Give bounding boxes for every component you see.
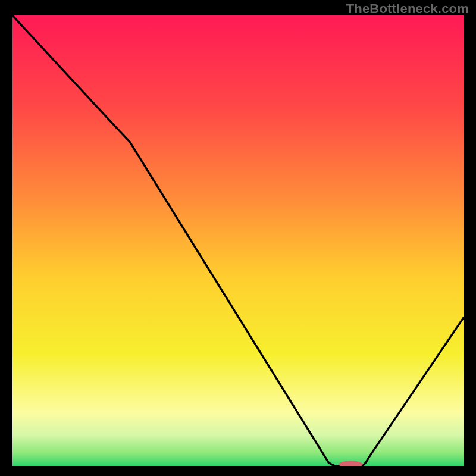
watermark-text: TheBottleneck.com [346, 1, 469, 17]
bottleneck-curve [12, 15, 464, 466]
plot-area [12, 15, 464, 466]
optimal-marker [339, 461, 362, 466]
curve-line [12, 15, 464, 466]
chart-container: TheBottleneck.com [0, 0, 476, 476]
